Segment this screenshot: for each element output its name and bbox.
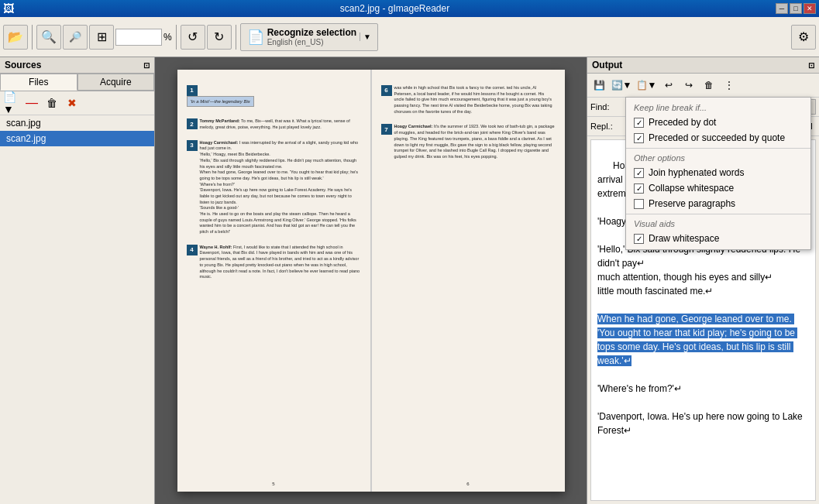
preserve-paragraphs-label: Preserve paragraphs <box>649 198 735 209</box>
sources-title: Sources <box>5 60 41 70</box>
join-hyphenated-checkbox[interactable]: ✓ <box>634 168 644 178</box>
output-header: Output ⊡ <box>587 57 819 74</box>
sources-collapse-icon[interactable]: ⊡ <box>143 61 150 70</box>
delete-file-button[interactable]: 🗑 <box>43 94 61 112</box>
book-page-left: 1 'In a Mist'—the legendary Bix 2 Tommy … <box>177 70 372 492</box>
open-button[interactable]: 📂 <box>3 25 28 50</box>
file-item-scan2[interactable]: scan2.jpg <box>0 131 154 146</box>
section-3-text: I was interrupted by the arrival of a sl… <box>200 140 359 234</box>
output-text-line-2: 'Where's he from?'↵ 'Davenport, Iowa. He… <box>597 383 805 436</box>
remove-file-button[interactable]: — <box>22 94 41 112</box>
preserve-paragraphs-checkbox[interactable] <box>634 199 644 209</box>
preceded-succeeded-quote-checkbox[interactable]: ✓ <box>634 133 644 143</box>
menu-separator-1 <box>626 148 810 149</box>
maximize-button[interactable]: □ <box>790 3 802 14</box>
zoom-unit-label: % <box>163 32 172 43</box>
toolbar-separator-3 <box>236 25 236 50</box>
output-replace-button[interactable]: 🔄▼ <box>610 76 633 94</box>
title-bar: 🖼 scan2.jpg - gImageReader ─ □ ✕ <box>0 0 819 17</box>
title-bar-controls: ─ □ ✕ <box>776 3 816 14</box>
close-button[interactable]: ✕ <box>804 3 816 14</box>
menu-item-join-hyphenated[interactable]: ✓ Join hyphenated words <box>626 165 810 180</box>
output-collapse-icon[interactable]: ⊡ <box>808 61 814 70</box>
recognize-button[interactable]: 📄 Recognize selection English (en_US) ▼ <box>240 23 378 51</box>
sources-tabs: Files Acquire <box>0 74 154 91</box>
output-redo-button[interactable]: ↪ <box>680 76 698 94</box>
menu-item-preceded-by-dot[interactable]: ✓ Preceded by dot <box>626 115 810 130</box>
file-item-scan[interactable]: scan.jpg <box>0 115 154 131</box>
output-clear-button[interactable]: 🗑 <box>700 76 718 94</box>
visual-aids-label: Visual aids <box>626 217 810 231</box>
file-list: scan.jpg scan2.jpg <box>0 115 154 504</box>
zoom-out-button[interactable]: 🔎 <box>63 25 88 50</box>
dropdown-menu: Keep line break if... ✓ Preceded by dot … <box>625 97 811 250</box>
other-options-label: Other options <box>626 151 810 165</box>
section-1-title: 'In a Mist'—the legendary Bix <box>187 96 254 107</box>
section-num-1: 1 <box>187 85 198 96</box>
preceded-by-dot-checkbox[interactable]: ✓ <box>634 118 644 128</box>
menu-item-preceded-succeeded-quote[interactable]: ✓ Preceded or succeeded by quote <box>626 130 810 146</box>
keep-line-break-label: Keep line break if... <box>626 101 810 115</box>
preceded-by-dot-label: Preceded by dot <box>649 117 716 128</box>
section-6-text: was while in high school that Bix took a… <box>394 85 556 115</box>
title-bar-icon: 🖼 <box>3 2 14 15</box>
book-page-right: 6 was while in high school that Bix took… <box>372 70 565 492</box>
book-section-3: 3 Hoagy Carmichael: I was interrupted by… <box>187 140 361 235</box>
section-4-text: First, I would like to state that I atte… <box>200 245 360 279</box>
output-title: Output <box>592 60 622 70</box>
recognize-icon: 📄 <box>247 29 264 46</box>
output-toolbar: 💾 🔄▼ 📋▼ ↩ ↪ 🗑 ⋮ <box>587 74 819 98</box>
menu-item-draw-whitespace[interactable]: ✓ Draw whitespace <box>626 231 810 246</box>
recognize-dropdown-arrow[interactable]: ▼ <box>360 33 371 41</box>
sources-toolbar: 📄▼ — 🗑 ✖ <box>0 91 154 115</box>
section-num-4: 4 <box>187 245 198 255</box>
menu-item-collapse-whitespace[interactable]: ✓ Collapse whitespace <box>626 180 810 196</box>
book-section-7: 7 Hoagy Carmichael: It's the summer of 1… <box>381 124 556 159</box>
output-save-button[interactable]: 💾 <box>590 76 608 94</box>
zoom-controls: 359.3 % <box>115 29 172 46</box>
section-num-7: 7 <box>381 124 392 135</box>
zoom-input[interactable]: 359.3 <box>115 29 162 46</box>
book-section-1: 1 'In a Mist'—the legendary Bix <box>187 85 361 109</box>
main-layout: Sources ⊡ Files Acquire 📄▼ — 🗑 ✖ scan.jp… <box>0 57 819 504</box>
tab-files[interactable]: Files <box>0 74 77 91</box>
minimize-button[interactable]: ─ <box>776 3 788 14</box>
toolbar-separator <box>32 25 33 50</box>
page-num-left: 5 <box>272 481 274 487</box>
section-7-text: It's the summer of 1923. We took two of … <box>394 124 555 158</box>
output-copy-button[interactable]: 📋▼ <box>635 76 658 94</box>
main-toolbar: 📂 🔍 🔎 ⊞ 359.3 % ↺ ↻ 📄 Recognize selectio… <box>0 17 819 57</box>
output-text-highlighted: When he had gone, George leaned over to … <box>597 314 797 366</box>
recognize-sub-label: English (en_US) <box>267 38 356 46</box>
rotate-ccw-button[interactable]: ↺ <box>181 25 205 50</box>
zoom-in-button[interactable]: 🔍 <box>36 25 61 50</box>
rotate-cw-button[interactable]: ↻ <box>207 25 232 50</box>
collapse-whitespace-label: Collapse whitespace <box>649 183 734 194</box>
recognize-main-label: Recognize selection <box>267 27 356 38</box>
collapse-whitespace-checkbox[interactable]: ✓ <box>634 183 644 194</box>
section-num-3: 3 <box>187 140 198 151</box>
sources-header: Sources ⊡ <box>0 57 154 74</box>
toolbar-separator-2 <box>176 25 177 50</box>
clear-files-button[interactable]: ✖ <box>63 94 81 112</box>
menu-separator-2 <box>626 214 810 214</box>
replace-label: Repl.: <box>590 122 629 131</box>
section-num-2: 2 <box>187 118 198 129</box>
book-section-6: 6 was while in high school that Bix took… <box>381 85 556 115</box>
find-label: Find: <box>590 102 629 111</box>
add-file-button[interactable]: 📄▼ <box>2 94 21 112</box>
section-num-6: 6 <box>381 85 392 96</box>
draw-whitespace-checkbox[interactable]: ✓ <box>634 234 644 244</box>
title-bar-title: scan2.jpg - gImageReader <box>14 3 776 14</box>
settings-button[interactable]: ⚙ <box>791 25 816 50</box>
book-section-2: 2 Tommy McPartland: To me, Bix—well, tha… <box>187 118 361 130</box>
page-num-right: 6 <box>466 481 469 487</box>
output-undo-button[interactable]: ↩ <box>659 76 678 94</box>
book-section-4: 4 Wayne H. Rohlf: First, I would like to… <box>187 245 361 280</box>
menu-item-preserve-paragraphs[interactable]: Preserve paragraphs <box>626 196 810 211</box>
tab-acquire[interactable]: Acquire <box>77 74 155 91</box>
zoom-fit-button[interactable]: ⊞ <box>89 25 114 50</box>
join-hyphenated-label: Join hyphenated words <box>649 167 744 178</box>
output-more-button[interactable]: ⋮ <box>720 76 738 94</box>
image-panel[interactable]: 1 'In a Mist'—the legendary Bix 2 Tommy … <box>155 57 587 504</box>
